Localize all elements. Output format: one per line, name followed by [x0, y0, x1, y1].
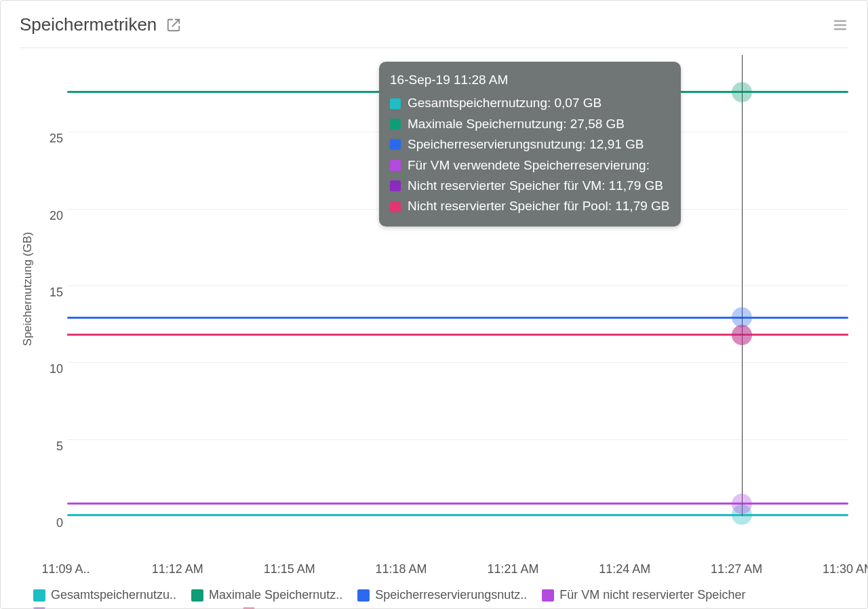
popout-icon[interactable] [166, 18, 181, 33]
y-tick: 10 [50, 362, 63, 376]
tooltip-swatch [390, 119, 401, 130]
y-tick: 5 [56, 439, 63, 453]
tooltip-swatch [390, 201, 401, 212]
y-axis-label: Speichernutzung (GB) [20, 232, 35, 346]
x-tick: 11:18 AM [376, 562, 427, 576]
legend-item[interactable]: Gesamtspeichernutzu.. [33, 588, 176, 602]
card-title: Speichermetriken [20, 14, 157, 35]
tooltip-row: Maximale Speichernutzung: 27,58 GB [390, 114, 670, 134]
legend-label: Maximale Speichernutz.. [209, 588, 342, 602]
chart-card: Speichermetriken Speichernutzung (GB) 05… [0, 0, 868, 609]
tooltip-text: Nicht reservierter Speicher für VM: 11,7… [408, 176, 663, 196]
tooltip-swatch [390, 139, 401, 150]
tooltip-text: Gesamtspeichernutzung: 0,07 GB [408, 93, 601, 113]
card-header: Speichermetriken [20, 14, 848, 35]
gridline [67, 286, 848, 286]
hover-marker-vm_nicht_reserviert [732, 494, 752, 514]
x-tick: 11:24 AM [599, 562, 650, 576]
plot[interactable]: 16-Sep-19 11:28 AMGesamtspeichernutzung:… [67, 55, 848, 517]
tooltip-row: Nicht reservierter Speicher für Pool: 11… [390, 196, 670, 216]
x-tick: 11:15 AM [264, 562, 315, 576]
legend-item[interactable]: Speicherreservierungsnutz.. [357, 588, 527, 602]
y-tick: 20 [50, 208, 63, 222]
legend-item[interactable]: Für VM nicht reservierter Speicher [542, 588, 745, 602]
hover-marker-max [732, 82, 752, 102]
legend-item[interactable]: Maximale Speichernutz.. [191, 588, 342, 602]
y-tick: 0 [56, 516, 63, 530]
x-tick: 11:27 AM [711, 562, 762, 576]
hover-marker-vm_verwendete_reservierung [732, 325, 752, 345]
hover-tooltip: 16-Sep-19 11:28 AMGesamtspeichernutzung:… [379, 62, 681, 227]
tooltip-text: Maximale Speichernutzung: 27,58 GB [408, 114, 625, 134]
x-tick: 11:21 AM [487, 562, 538, 576]
gridline [67, 362, 848, 363]
y-tick: 25 [50, 132, 63, 146]
tooltip-row: Nicht reservierter Speicher für VM: 11,7… [390, 176, 670, 196]
x-axis: 11:09 A..11:12 AM11:15 AM11:18 AM11:21 A… [66, 557, 848, 584]
legend: Gesamtspeichernutzu..Maximale Speichernu… [33, 588, 848, 609]
tooltip-swatch [390, 160, 401, 171]
chart-area[interactable]: Speichernutzung (GB) 0510152025 16-Sep-1… [20, 55, 848, 557]
legend-label: Für VM verwendete Speicherreservierung [260, 606, 486, 609]
legend-swatch [191, 589, 203, 602]
menu-icon[interactable] [832, 17, 848, 33]
x-tick: 11:12 AM [152, 562, 203, 576]
tooltip-row: Speicherreservierungsnutzung: 12,91 GB [390, 134, 670, 155]
legend-swatch [542, 589, 554, 602]
x-tick: 11:30 AM [823, 562, 868, 576]
tooltip-row: Für VM verwendete Speicherreservierung: [390, 155, 670, 176]
tooltip-timestamp: 16-Sep-19 11:28 AM [390, 70, 670, 90]
gridline [67, 439, 848, 440]
x-tick: 11:09 A.. [41, 562, 90, 576]
tooltip-row: Gesamtspeichernutzung: 0,07 GB [390, 93, 670, 113]
legend-label: Speicherreservierungsnutz.. [375, 588, 527, 602]
tooltip-text: Speicherreservierungsnutzung: 12,91 GB [408, 134, 644, 155]
tooltip-swatch [390, 98, 401, 109]
tooltip-text: Nicht reservierter Speicher für Pool: 11… [408, 196, 670, 216]
legend-item[interactable]: Für VM verwendete Speicherreservierung [243, 606, 486, 609]
legend-swatch [33, 589, 45, 602]
y-tick: 15 [50, 286, 63, 300]
hover-vline [742, 55, 743, 516]
legend-label: Für VM nicht reservierter Speicher [559, 588, 745, 602]
legend-label: Gesamtspeichernutzu.. [51, 588, 176, 602]
legend-swatch [357, 589, 370, 602]
legend-label: Speicher für Pool nicht reserviert [51, 606, 228, 609]
title-wrap: Speichermetriken [20, 14, 181, 35]
tooltip-text: Für VM verwendete Speicherreservierung: [408, 155, 650, 176]
legend-item[interactable]: Speicher für Pool nicht reserviert [33, 606, 228, 609]
y-axis: 0510152025 [35, 55, 67, 516]
tooltip-swatch [390, 180, 401, 191]
divider [20, 47, 848, 48]
